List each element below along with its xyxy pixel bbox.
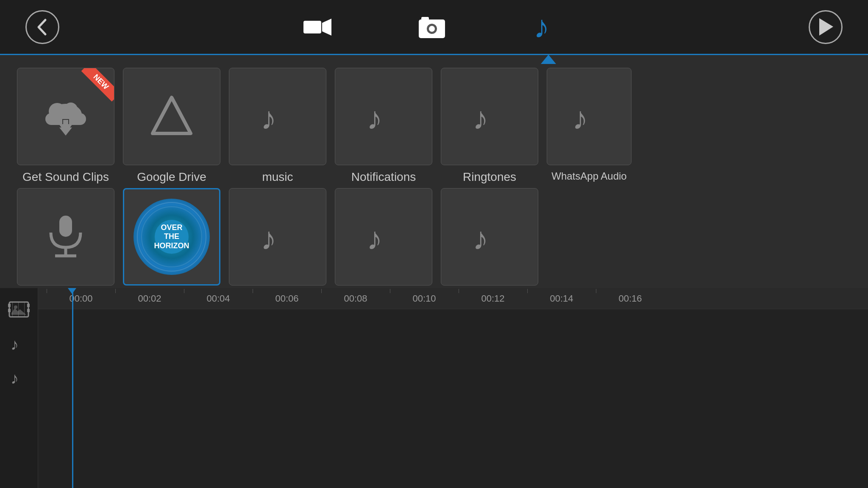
svg-text:♪: ♪ [473,100,489,136]
ruler-mark-0000: 00:00 [47,293,115,304]
grid-item-music[interactable]: ♪ music [229,68,326,184]
tab-photo[interactable] [417,14,447,40]
play-button[interactable] [809,10,843,44]
ruler-mark-0008: 00:08 [321,293,390,304]
back-button[interactable] [25,10,59,44]
grid-thumb-music-folder: OVER THE HORIZON [123,188,220,286]
svg-rect-37 [27,309,30,312]
grid-item-ringtones2[interactable]: ♪ Ringtones [441,188,538,304]
svg-text:♪: ♪ [367,100,383,136]
grid-thumb-get-sound-clips [17,68,114,165]
header-tabs: ♪ [59,8,809,46]
svg-point-41 [14,305,17,309]
grid-thumb-notifications3: ♪ [335,188,432,286]
media-grid-row2: Voice-Over OVER THE HORIZON Music ♪ noti… [17,188,851,304]
sidebar-audio2-icon[interactable]: ♪ [6,364,32,390]
timeline-tracks [38,309,868,488]
grid-item-notifications2[interactable]: ♪ notifications [229,188,326,304]
grid-item-music-folder[interactable]: OVER THE HORIZON Music [123,188,220,304]
grid-label-get-sound-clips: Get Sound Clips [22,170,109,184]
timeline-sidebar: ♪ ♪ [0,288,38,488]
vinyl-record: OVER THE HORIZON [134,199,210,275]
svg-text:♪: ♪ [261,100,277,136]
grid-item-whatsapp-audio[interactable]: ♪ WhatsApp Audio [547,68,632,184]
new-badge [80,68,114,102]
grid-item-notifications1[interactable]: ♪ Notifications [335,68,432,184]
grid-label-google-drive: Google Drive [137,170,206,184]
grid-label-notifications1: Notifications [351,170,416,184]
grid-thumb-notifications1: ♪ [335,68,432,165]
grid-thumb-whatsapp-audio: ♪ [547,68,632,165]
grid-thumb-ringtones1: ♪ [441,68,538,165]
ruler-mark-0012: 00:12 [459,293,527,304]
svg-text:♪: ♪ [367,221,383,256]
grid-label-whatsapp-audio: WhatsApp Audio [551,170,626,182]
grid-item-voice-over[interactable]: Voice-Over [17,188,114,304]
svg-rect-27 [59,216,72,237]
grid-item-google-drive[interactable]: Google Drive [123,68,220,184]
grid-thumb-voice-over [17,188,114,286]
tab-music[interactable]: ♪ [531,8,565,46]
svg-marker-17 [153,97,191,133]
grid-label-music: music [262,170,293,184]
vinyl-center-text: OVER THE HORIZON [155,220,189,254]
svg-rect-5 [421,17,429,21]
svg-rect-35 [8,309,11,312]
grid-thumb-notifications2: ♪ [229,188,326,286]
media-grid-row1: Get Sound Clips Google Drive [17,68,851,184]
header: ♪ [0,0,868,55]
svg-marker-7 [819,18,833,36]
svg-rect-0 [303,21,321,33]
svg-point-4 [429,26,435,32]
svg-text:♪: ♪ [11,369,19,387]
svg-line-21 [162,97,172,116]
timeline-ruler: 00:00 00:02 00:04 00:06 00:08 00:10 00:1… [38,288,868,309]
ruler-mark-0016: 00:16 [596,293,665,304]
svg-text:♪: ♪ [11,336,19,353]
ruler-marks: 00:00 00:02 00:04 00:06 00:08 00:10 00:1… [47,293,665,304]
ruler-mark-0002: 00:02 [115,293,184,304]
svg-line-22 [172,97,181,116]
svg-text:♪: ♪ [572,100,588,136]
grid-thumb-google-drive [123,68,220,165]
ruler-mark-0014: 00:14 [527,293,596,304]
grid-thumb-music: ♪ [229,68,326,165]
grid-item-get-sound-clips[interactable]: Get Sound Clips [17,68,114,184]
ruler-mark-0010: 00:10 [390,293,459,304]
sidebar-filmstrip-icon[interactable] [6,297,32,322]
svg-rect-36 [27,304,30,307]
ruler-mark-0006: 00:06 [253,293,321,304]
grid-thumb-ringtones2: ♪ [441,188,538,286]
svg-text:♪: ♪ [261,221,277,256]
svg-text:♪: ♪ [473,221,489,256]
svg-marker-1 [322,19,331,36]
grid-item-ringtones1[interactable]: ♪ Ringtones [441,68,538,184]
timeline-main: 00:00 00:02 00:04 00:06 00:08 00:10 00:1… [38,288,868,488]
svg-rect-34 [8,304,11,307]
tab-video[interactable] [303,17,332,38]
svg-text:♪: ♪ [534,9,550,44]
media-grid-section: Get Sound Clips Google Drive [0,55,868,288]
grid-label-ringtones1: Ringtones [463,170,516,184]
grid-item-notifications3[interactable]: ♪ Notifications [335,188,432,304]
timeline-section: ♪ ♪ 00:00 00:02 00:04 00:06 00:08 00:10 … [0,288,868,488]
ruler-mark-0004: 00:04 [184,293,253,304]
sidebar-audio1-icon[interactable]: ♪ [6,330,32,356]
